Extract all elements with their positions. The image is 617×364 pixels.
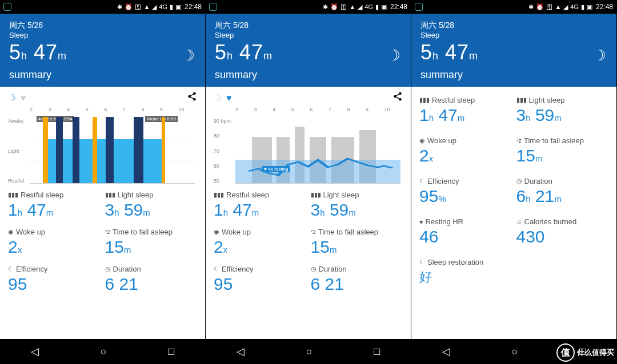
stat-duration: ◷Duration 6 21: [105, 265, 198, 294]
notification-icon: [415, 3, 423, 11]
alarm-icon: ⏰: [125, 3, 133, 11]
screen-heart-rate: ✱⏰⚿▲◢4G▮▣ 22:48 周六 5/28 Sleep 5h 47m sum…: [206, 0, 411, 364]
wifi-icon: ▲: [349, 3, 355, 10]
moon-icon: ☾: [593, 47, 606, 64]
home-button[interactable]: ○: [512, 346, 518, 358]
stat-efficiency: ☾Efficiency95%: [419, 177, 512, 206]
bars-icon: ▮▮▮: [8, 191, 18, 199]
network-label: 4G: [364, 3, 373, 10]
bluetooth-icon: ✱: [323, 3, 328, 11]
stat-calories: ♨Calories burned430: [516, 217, 609, 246]
moon-icon: ☾: [182, 47, 195, 64]
stat-restful: ▮▮▮Restful sleep 1h 47m: [8, 191, 101, 220]
moon-small-icon: ☾: [8, 265, 14, 273]
moon-icon: ☾: [387, 47, 400, 64]
zz-icon: ᶻz: [105, 228, 111, 236]
header-duration: 5h 47m: [420, 41, 607, 64]
alarm-icon: ⏰: [330, 3, 338, 11]
clock: 22:48: [185, 3, 202, 11]
stat-wokeup: ◉Woke up2x: [419, 136, 512, 165]
eye-icon: ◉: [8, 228, 14, 236]
bluetooth-icon: ✱: [528, 3, 534, 11]
network-label: 4G: [570, 3, 579, 10]
asleep-tag: Asleep 5/29 2:54: [37, 116, 74, 122]
recent-button[interactable]: □: [168, 346, 174, 358]
stats-grid: ▮▮▮Restful sleep1h 47m ▮▮▮Light sleep3h …: [214, 191, 403, 294]
android-navbar: ◁ ○ □: [0, 339, 205, 364]
key-icon: ⚿: [135, 3, 141, 10]
tab-sleep-icon[interactable]: ☾: [8, 92, 16, 103]
network-label: 4G: [159, 3, 167, 10]
tab-sleep-icon[interactable]: ☾: [214, 92, 222, 103]
tab-heart-icon[interactable]: ♥: [226, 93, 232, 103]
header-label: Sleep: [420, 31, 607, 39]
clock: 22:48: [596, 3, 613, 11]
battery-icon: ▮: [581, 3, 584, 11]
share-icon[interactable]: [187, 91, 197, 104]
screen-full-stats: ✱⏰⚿▲◢4G▮▣ 22:48 周六 5/28 Sleep 5h 47m sum…: [411, 0, 617, 364]
android-navbar: ◁ ○ □: [206, 339, 411, 364]
back-button[interactable]: ◁: [442, 345, 450, 358]
header-duration: 5h 47m: [9, 41, 196, 64]
signal-icon: ◢: [358, 3, 362, 11]
header-summary: summary: [9, 69, 196, 81]
header-date: 周六 5/28: [9, 21, 196, 31]
sleep-header: 周六 5/28 Sleep 5h 47m summary ☾: [411, 14, 616, 87]
stat-fallasleep: ᶻzTime to fall asleep15m: [516, 136, 609, 165]
stats-grid-full: ▮▮▮Restful sleep1h 47m ▮▮▮Light sleep3h …: [419, 96, 608, 286]
header-label: Sleep: [215, 31, 402, 39]
header-summary: summary: [215, 69, 402, 81]
screen-sleep-stages: ✱ ⏰ ⚿ ▲ ◢ 4G ▮ ▣ 22:48 周六 5/28 Sleep 5h …: [0, 0, 206, 364]
sleep-stage-chart[interactable]: 2345678910 Awake Light Restful Asleep 5/…: [8, 107, 197, 184]
stat-fallasleep: ᶻzTime to fall asleep 15m: [105, 228, 198, 257]
stat-duration: ◷Duration6h 21m: [516, 177, 609, 206]
stat-restful: ▮▮▮Restful sleep1h 47m: [419, 96, 512, 125]
alarm-icon: ⏰: [536, 3, 544, 11]
clock: 22:48: [390, 3, 407, 11]
home-button[interactable]: ○: [306, 346, 312, 358]
battery-icon: ▮: [170, 3, 173, 11]
tab-row: ☾ ♥: [8, 91, 197, 104]
body: ☾ ♥ 2345678910 Awake Light Restful Aslee…: [0, 87, 205, 339]
stat-efficiency: ☾Efficiency 95: [8, 265, 101, 294]
tab-row: ☾ ♥: [214, 91, 403, 104]
signal-icon: ◢: [152, 3, 157, 11]
recent-button[interactable]: □: [374, 346, 380, 358]
sleep-header: 周六 5/28 Sleep 5h 47m summary ☾: [206, 14, 411, 87]
wifi-icon: ▲: [143, 3, 150, 10]
watermark-text: 什么值得买: [577, 347, 614, 358]
tab-heart-icon[interactable]: ♥: [21, 93, 26, 103]
back-button[interactable]: ◁: [31, 345, 39, 358]
share-icon[interactable]: [392, 91, 403, 104]
notification-icon: [3, 3, 11, 11]
sim-icon: ▣: [587, 3, 592, 11]
stat-restinghr: ♥Resting HR46: [419, 217, 512, 246]
stat-wokeup: ◉Woke up 2x: [8, 228, 101, 257]
header-duration: 5h 47m: [215, 41, 402, 64]
signal-icon: ◢: [563, 3, 568, 11]
status-bar: ✱⏰⚿▲◢4G▮▣ 22:48: [411, 0, 616, 14]
sim-icon: ▣: [175, 3, 181, 11]
header-date: 周六 5/28: [420, 21, 607, 31]
stats-grid: ▮▮▮Restful sleep 1h 47m ▮▮▮Light sleep 3…: [8, 191, 197, 294]
key-icon: ⚿: [546, 3, 552, 10]
stat-light: ▮▮▮Light sleep 3h 59m: [105, 191, 198, 220]
stat-restoration: ☾Sleep restoration好: [419, 258, 512, 286]
status-bar: ✱⏰⚿▲◢4G▮▣ 22:48: [206, 0, 411, 14]
bars-icon: ▮▮▮: [105, 191, 115, 199]
header-label: Sleep: [9, 31, 196, 39]
home-button[interactable]: ○: [101, 346, 107, 358]
clock-icon: ◷: [105, 265, 111, 273]
wifi-icon: ▲: [555, 3, 561, 10]
watermark-badge-icon: 值: [556, 343, 575, 362]
stat-light: ▮▮▮Light sleep3h 59m: [516, 96, 609, 125]
header-date: 周六 5/28: [215, 21, 402, 31]
watermark: 值 什么值得买: [556, 343, 614, 362]
sim-icon: ▣: [381, 3, 387, 11]
battery-icon: ▮: [375, 3, 379, 11]
back-button[interactable]: ◁: [237, 345, 245, 358]
key-icon: ⚿: [340, 3, 347, 10]
heart-rate-chart[interactable]: 2345678910 90 bpm80706050 ♥ 46 resting: [214, 107, 403, 184]
sleep-header: 周六 5/28 Sleep 5h 47m summary ☾: [0, 14, 205, 87]
header-summary: summary: [420, 69, 607, 81]
